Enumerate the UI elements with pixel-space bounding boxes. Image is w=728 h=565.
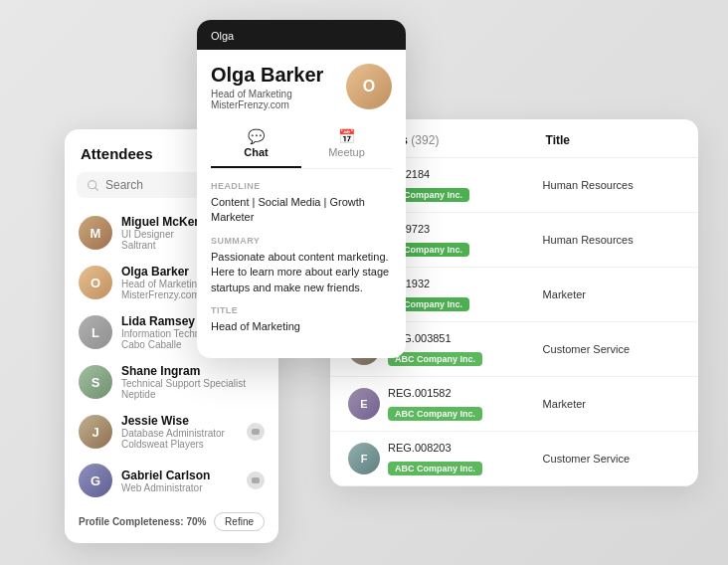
row-reg-id: i.001932 xyxy=(388,278,535,289)
profile-card: Olga Olga Barker Head of Marketing Miste… xyxy=(197,20,406,358)
message-icon[interactable] xyxy=(247,423,265,441)
avatar: G xyxy=(79,464,112,497)
attendee-name: Jessie Wise xyxy=(121,414,238,428)
row-reg-id: REG.001582 xyxy=(388,387,535,399)
company-badge: ABC Company Inc. xyxy=(388,462,482,475)
row-id-block: REG.003851 ABC Company Inc. xyxy=(388,332,535,366)
profile-job-title: Head of Marketing xyxy=(211,89,323,99)
row-id-block: i.009723 C Company Inc. xyxy=(388,223,535,257)
attendee-name: Shane Ingram xyxy=(121,364,265,378)
profile-full-name: Olga Barker xyxy=(211,64,323,86)
attendee-info: Gabriel Carlson Web Administrator xyxy=(121,469,238,493)
section-value: Passionate about content marketing. Here… xyxy=(211,250,392,295)
tab-chat[interactable]: 💬 Chat xyxy=(211,120,301,168)
attendee-role: Technical Support SpecialistNeptide xyxy=(121,378,265,400)
profile-company: MisterFrenzy.com xyxy=(211,99,323,110)
row-id-block: REG.001582 ABC Company Inc. xyxy=(388,387,535,421)
profile-top: Olga Barker Head of Marketing MisterFren… xyxy=(211,64,392,110)
row-title: Marketer xyxy=(543,287,680,301)
profile-completeness-text: Profile Completeness: 70% xyxy=(79,516,206,527)
avatar: S xyxy=(79,365,112,399)
row-title: Marketer xyxy=(543,397,680,411)
profile-tabs: 💬 Chat 📅 Meetup xyxy=(211,120,392,169)
attendee-item-gabriel[interactable]: G Gabriel Carlson Web Administrator xyxy=(65,457,278,504)
section-label: TITLE xyxy=(211,305,392,315)
attendee-name: Gabriel Carlson xyxy=(121,469,238,482)
attendee-info: Shane Ingram Technical Support Specialis… xyxy=(121,364,265,400)
profile-section: TITLE Head of Marketing xyxy=(211,305,392,334)
meetup-icon: 📅 xyxy=(338,128,355,144)
profile-sections: HEADLINE Content | Social Media | Growth… xyxy=(211,181,392,334)
row-id-block: REG.008203 ABC Company Inc. xyxy=(388,442,535,475)
company-badge: ABC Company Inc. xyxy=(388,407,482,421)
profile-card-body: Olga Barker Head of Marketing MisterFren… xyxy=(197,50,406,358)
row-title: Human Resources xyxy=(543,178,680,192)
profile-section: HEADLINE Content | Social Media | Growth… xyxy=(211,181,392,226)
avatar: M xyxy=(79,216,112,250)
row-reg-id: i.009723 xyxy=(388,223,535,235)
table-row[interactable]: F REG.008203 ABC Company Inc. Customer S… xyxy=(330,432,698,486)
row-reg-id: i.002184 xyxy=(388,168,535,180)
profile-completeness: Profile Completeness: 70% Refine xyxy=(65,504,278,531)
company-badge: ABC Company Inc. xyxy=(388,352,482,366)
row-avatar: F xyxy=(348,443,380,474)
profile-name-block: Olga Barker Head of Marketing MisterFren… xyxy=(211,64,323,110)
row-reg-id: REG.003851 xyxy=(388,332,535,344)
profile-card-header: Olga xyxy=(197,20,406,50)
row-title: Human Resources xyxy=(543,233,680,247)
attendee-item-shane[interactable]: S Shane Ingram Technical Support Special… xyxy=(65,357,278,407)
svg-line-1 xyxy=(95,187,98,190)
refine-button[interactable]: Refine xyxy=(214,512,265,531)
avatar: O xyxy=(346,64,392,109)
message-icon[interactable] xyxy=(247,471,265,489)
row-title: Customer Service xyxy=(543,452,680,466)
avatar: L xyxy=(79,315,112,349)
section-value: Head of Marketing xyxy=(211,319,392,334)
section-label: SUMMARY xyxy=(211,236,392,246)
chat-icon: 💬 xyxy=(248,128,265,144)
table-col-id: ects (392) xyxy=(384,133,546,147)
section-label: HEADLINE xyxy=(211,181,392,191)
avatar: O xyxy=(79,266,112,299)
attendee-role: Web Administrator xyxy=(121,482,238,493)
table-col-title: Title xyxy=(546,133,680,147)
row-avatar: E xyxy=(348,388,380,420)
row-reg-id: REG.008203 xyxy=(388,442,535,454)
section-value: Content | Social Media | Growth Marketer xyxy=(211,195,392,226)
row-title: Customer Service xyxy=(543,342,680,356)
avatar: J xyxy=(79,415,112,449)
table-row[interactable]: E REG.001582 ABC Company Inc. Marketer xyxy=(330,377,698,432)
attendee-role: Database AdministratorColdsweat Players xyxy=(121,428,238,450)
attendee-info: Jessie Wise Database AdministratorColdsw… xyxy=(121,414,238,450)
search-icon xyxy=(87,179,99,192)
profile-section: SUMMARY Passionate about content marketi… xyxy=(211,236,392,295)
attendee-item-jessie[interactable]: J Jessie Wise Database AdministratorCold… xyxy=(65,407,278,457)
message-dot xyxy=(252,429,260,435)
row-id-block: i.002184 C Company Inc. xyxy=(388,168,535,202)
tab-meetup[interactable]: 📅 Meetup xyxy=(301,120,392,168)
row-id-block: i.001932 C Company Inc. xyxy=(388,278,535,311)
message-dot xyxy=(252,477,260,483)
